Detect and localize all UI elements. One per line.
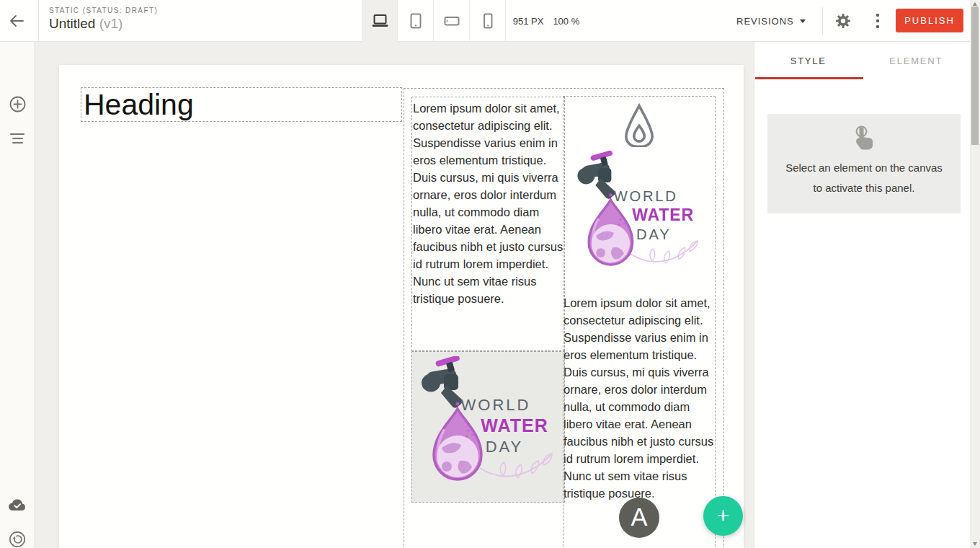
more-options-button[interactable]	[865, 9, 890, 32]
publish-button[interactable]: PUBLISH	[896, 9, 963, 32]
paragraph-text: Lorem ipsum dolor sit amet, consectetur …	[413, 100, 564, 307]
add-icon	[9, 96, 26, 112]
tap-pointer-icon	[850, 123, 878, 152]
paragraph-text: Lorem ipsum dolor sit amet, consectetur …	[564, 294, 715, 502]
world-water-day-image[interactable]: WORLD WATER DAY	[573, 150, 705, 283]
page-scrollbar[interactable]	[970, 0, 980, 548]
document-version: (v1)	[99, 16, 123, 31]
cloud-save-status-button[interactable]	[9, 496, 26, 513]
undo-button[interactable]	[9, 531, 26, 548]
back-button[interactable]	[7, 11, 32, 31]
revisions-label: REVISIONS	[736, 16, 794, 27]
panel-placeholder-text: Select an element on the canvas to activ…	[767, 158, 961, 198]
tab-style[interactable]: STYLE	[754, 42, 863, 79]
kebab-menu-icon	[876, 12, 880, 30]
outline-icon	[10, 133, 24, 143]
mobile-portrait-icon	[479, 12, 496, 30]
editor-sidebar	[0, 42, 35, 548]
gear-icon	[834, 12, 852, 30]
document-title: Untitled (v1)	[49, 16, 158, 32]
plus-icon: +	[717, 504, 729, 527]
world-water-day-image: WORLD WATER DAY	[416, 356, 561, 498]
columns-row-block[interactable]: Lorem ipsum dolor sit amet, consectetur …	[404, 88, 724, 548]
active-tab-indicator	[755, 77, 863, 79]
device-tab-tablet[interactable]	[398, 0, 434, 42]
tablet-icon	[407, 12, 424, 30]
status-label: STATIC (STATUS: DRAFT)	[49, 6, 158, 14]
add-element-button[interactable]	[9, 95, 26, 112]
inspector-panel: STYLE ELEMENT Select an element on the c…	[754, 42, 970, 548]
heading-text: Heading	[81, 88, 401, 121]
placeholder-line2: to activate this panel.	[767, 178, 961, 198]
text-block-left[interactable]: Lorem ipsum dolor sit amet, consectetur …	[411, 97, 565, 351]
divider	[38, 0, 39, 42]
placeholder-line1: Select an element on the canvas	[767, 158, 961, 178]
brand-a-logo[interactable]: A	[619, 498, 659, 538]
desktop-icon	[371, 13, 389, 29]
add-content-fab[interactable]: +	[703, 496, 743, 536]
arrow-left-icon	[7, 12, 27, 30]
page-canvas[interactable]: Heading Lorem ipsum dolor sit amet, cons…	[59, 65, 744, 548]
water-day-word3: DAY	[636, 226, 671, 242]
column-block-right[interactable]: WORLD WATER DAY Lorem ipsum dolor sit am…	[563, 96, 716, 548]
cloud-saved-icon	[9, 498, 26, 512]
canvas-dimensions: 951 PX 100 %	[504, 0, 588, 42]
panel-placeholder: Select an element on the canvas to activ…	[767, 114, 961, 213]
chevron-down-icon	[800, 19, 806, 23]
mobile-landscape-icon	[443, 12, 460, 30]
divider	[822, 7, 823, 35]
inspector-tabs: STYLE ELEMENT	[754, 42, 970, 79]
brand-pin-logo-icon	[618, 101, 660, 147]
outline-structure-button[interactable]	[9, 130, 26, 147]
device-tab-mobile-landscape[interactable]	[434, 0, 470, 42]
settings-button[interactable]	[831, 9, 855, 32]
page-builder-app: STATIC (STATUS: DRAFT) Untitled (v1)	[0, 0, 980, 548]
topbar: STATIC (STATUS: DRAFT) Untitled (v1)	[0, 0, 970, 42]
device-tab-desktop[interactable]	[362, 0, 398, 42]
canvas-zoom-value: 100 %	[553, 16, 579, 27]
document-title-block: STATIC (STATUS: DRAFT) Untitled (v1)	[49, 6, 158, 32]
image-block-left[interactable]: WORLD WATER DAY	[411, 351, 565, 503]
document-name: Untitled	[49, 16, 95, 31]
water-day-word2: WATER	[481, 415, 548, 436]
water-day-word1: WORLD	[460, 396, 530, 414]
heading-block[interactable]: Heading	[81, 87, 402, 122]
scroll-down-arrow[interactable]	[970, 541, 980, 548]
water-day-word1: WORLD	[614, 188, 678, 204]
device-preview-tabs	[362, 0, 506, 42]
water-day-word2: WATER	[632, 206, 694, 224]
scrollbar-thumb[interactable]	[971, 6, 979, 145]
canvas-width-value: 951 PX	[513, 16, 544, 27]
water-day-word3: DAY	[485, 438, 523, 456]
letter-a-icon: A	[619, 498, 659, 538]
brand-letter: A	[631, 503, 648, 531]
device-tab-mobile-portrait[interactable]	[470, 0, 506, 42]
undo-icon	[9, 531, 26, 548]
tab-element[interactable]: ELEMENT	[863, 42, 971, 79]
revisions-dropdown[interactable]: REVISIONS	[736, 10, 806, 32]
